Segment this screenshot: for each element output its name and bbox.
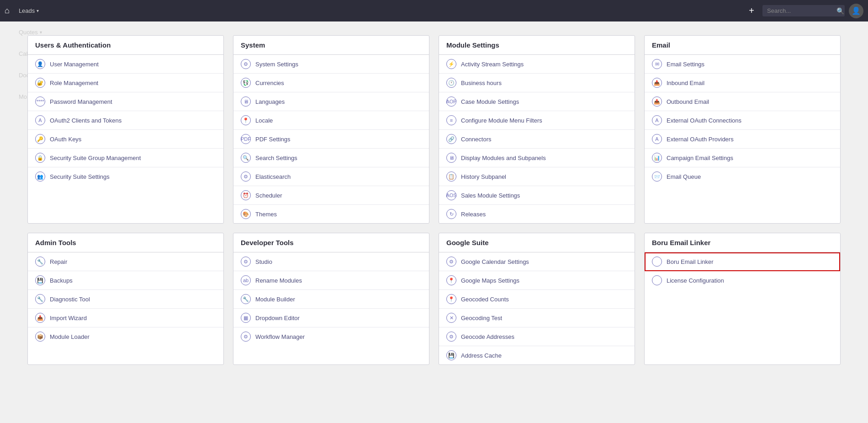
item-label: OAuth2 Clients and Tokens [50,117,122,124]
chevron-down-icon: ▾ [37,8,39,13]
card-item[interactable]: 🎨Themes [233,205,429,223]
item-label: Geocoding Test [461,315,502,321]
card-item[interactable]: 💾Address Cache [439,346,635,364]
item-icon: 🔗 [446,134,456,144]
card-title: Module Settings [439,36,635,55]
card-item[interactable]: ⏰Scheduler [233,186,429,205]
card-item[interactable]: 🔧Diagnostic Tool [28,290,223,309]
item-icon: 📥 [35,313,45,323]
card-item[interactable]: 👤User Management [28,55,223,74]
card-system: System⚙System Settings💱Currencies🖥Langua… [233,35,429,224]
card-item[interactable]: 📤Outbound Email [645,92,840,111]
card-item[interactable]: ⚙Geocode Addresses [439,327,635,346]
card-item[interactable]: ✉Email Settings [645,55,840,74]
card-item[interactable]: License Configuration [645,271,840,289]
card-item[interactable]: ****Password Management [28,92,223,111]
nav-label: Quotes [19,29,38,36]
item-label: Module Loader [50,333,90,340]
card-item[interactable]: 👥Security Suite Settings [28,167,223,186]
card-item[interactable]: 📥Import Wizard [28,309,223,327]
card-item[interactable]: ⚙System Settings [233,55,429,74]
card-item[interactable]: abRename Modules [233,271,429,290]
search-icon[interactable]: 🔍 [836,7,844,15]
card-email: Email✉Email Settings📥Inbound Email📤Outbo… [644,35,841,224]
item-label: Currencies [255,80,284,86]
card-item[interactable]: 📥Inbound Email [645,74,840,92]
item-label: Module Builder [255,296,295,303]
card-item[interactable]: 💾Backups [28,271,223,290]
add-button[interactable]: + [745,5,758,16]
nav-item-leads[interactable]: Leads▾ [14,0,65,21]
card-item[interactable]: AExternal OAuth Providers [645,130,840,149]
item-icon: 🔧 [35,294,45,304]
item-label: Role Management [50,80,98,86]
top-navigation: ⌂ Administration▾Accounts▾Contacts▾Oppor… [0,0,868,21]
card-item[interactable]: AOAuth2 Clients and Tokens [28,111,223,130]
card-item[interactable]: ⚙Google Calendar Settings [439,252,635,271]
card-item[interactable]: 📍Geocoded Counts [439,290,635,309]
main-content: Users & Authentication👤User Management🔐R… [0,21,868,379]
topnav-right: + 🔍 👤 [745,4,863,18]
item-icon: 💾 [446,350,456,360]
item-icon: 🔍 [241,153,251,163]
card-item[interactable]: ⚙Workflow Manager [233,327,429,346]
item-icon: AOP [446,96,456,107]
card-item[interactable]: ⚡Activity Stream Settings [439,55,635,74]
card-item[interactable]: 🔧Repair [28,252,223,271]
card-item[interactable]: ✕Geocoding Test [439,309,635,327]
card-item[interactable]: ⚙Studio [233,252,429,271]
item-icon: ab [241,275,251,285]
card-item[interactable]: 📦Module Loader [28,327,223,346]
card-item[interactable]: 💱Currencies [233,74,429,92]
card-google-suite: Google Suite⚙Google Calendar Settings📍Go… [439,233,635,365]
item-icon: 📨 [652,171,662,182]
card-item[interactable]: 🔍Search Settings [233,149,429,167]
item-icon: ▦ [241,313,251,323]
card-title: System [233,36,429,55]
item-icon: 📋 [446,171,456,182]
card-item[interactable]: ⚙Elasticsearch [233,167,429,186]
item-label: External OAuth Providers [667,136,734,143]
item-label: External OAuth Connections [667,117,741,124]
card-item[interactable]: PDFPDF Settings [233,130,429,149]
card-item[interactable]: 🖥Display Modules and Subpanels [439,149,635,167]
item-label: OAuth Keys [50,136,81,143]
home-icon[interactable]: ⌂ [5,6,10,16]
item-icon: 📍 [446,294,456,304]
card-item[interactable]: 📨Email Queue [645,167,840,186]
search-input[interactable] [762,5,845,16]
item-label: License Configuration [667,277,724,284]
item-icon: 📍 [446,275,456,285]
card-item[interactable]: ↻Releases [439,205,635,223]
card-item[interactable]: 📍Google Maps Settings [439,271,635,290]
card-item[interactable]: ▦Dropdown Editor [233,309,429,327]
item-icon: ≡ [446,115,456,125]
card-item[interactable]: 📋History Subpanel [439,167,635,186]
card-item[interactable]: AExternal OAuth Connections [645,111,840,130]
card-item[interactable]: 🔗Connectors [439,130,635,149]
card-item[interactable]: 🔧Module Builder [233,290,429,309]
card-item[interactable]: 📍Locale [233,111,429,130]
item-icon: ✕ [446,313,456,323]
card-item[interactable]: 🖥Languages [233,92,429,111]
item-icon: 📥 [652,78,662,88]
item-icon: 🕐 [446,78,456,88]
item-icon: 💱 [241,78,251,88]
card-item[interactable]: 🔐Role Management [28,74,223,92]
card-item[interactable]: 🔑OAuth Keys [28,130,223,149]
card-item[interactable]: 🔒Security Suite Group Management [28,149,223,167]
card-item[interactable]: AOPCase Module Settings [439,92,635,111]
card-item[interactable]: ≡Configure Module Menu Filters [439,111,635,130]
item-icon: ↻ [446,209,456,219]
item-icon: PDF [241,134,251,144]
card-item[interactable]: 🕐Business hours [439,74,635,92]
card-item[interactable]: AOSSales Module Settings [439,186,635,205]
user-avatar[interactable]: 👤 [849,4,863,18]
item-label: Inbound Email [667,80,704,86]
card-item[interactable]: 📊Campaign Email Settings [645,149,840,167]
item-label: Repair [50,258,67,265]
card-item[interactable]: Boru Email Linker [645,252,840,271]
card-developer-tools: Developer Tools⚙StudioabRename Modules🔧M… [233,233,429,365]
item-label: Google Calendar Settings [461,258,529,265]
item-label: Geocoded Counts [461,296,509,303]
